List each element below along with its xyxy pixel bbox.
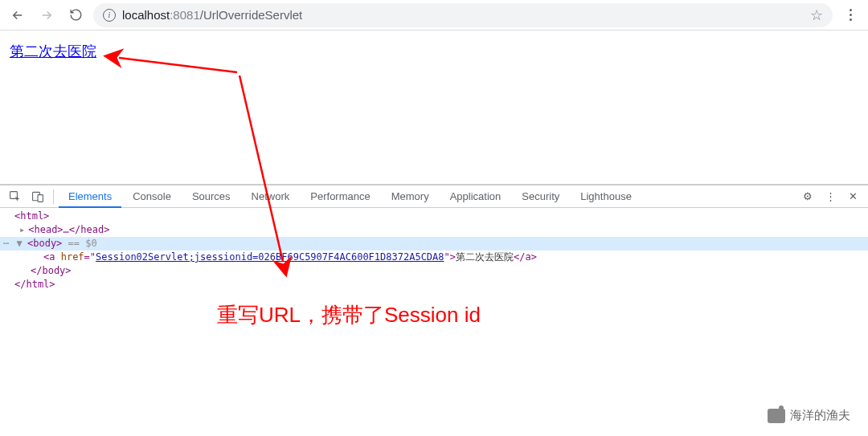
dom-tree[interactable]: <html> <head>…</head> <body> == $0 <a hr… xyxy=(0,208,868,293)
watermark: 海洋的渔夫 xyxy=(768,408,850,423)
bookmark-icon[interactable]: ☆ xyxy=(810,6,823,24)
tab-lighthouse[interactable]: Lighthouse xyxy=(571,185,641,208)
devtools-settings-icon[interactable]: ⚙ xyxy=(797,186,818,207)
devtools-panel: Elements Console Sources Network Perform… xyxy=(0,185,868,293)
browser-toolbar: i localhost:8081/UrlOverrideServlet ☆ xyxy=(0,0,868,31)
devtools-menu-icon[interactable]: ⋮ xyxy=(820,186,841,207)
separator xyxy=(53,189,54,204)
dom-body-close[interactable]: </body> xyxy=(0,264,868,278)
devtools-tab-bar: Elements Console Sources Network Perform… xyxy=(0,185,868,208)
tab-security[interactable]: Security xyxy=(512,185,569,208)
reload-button[interactable] xyxy=(64,4,87,26)
dom-html-open[interactable]: <html> xyxy=(0,210,868,223)
page-viewport: 第二次去医院 xyxy=(0,31,868,185)
tab-network[interactable]: Network xyxy=(242,185,300,208)
tab-memory[interactable]: Memory xyxy=(382,185,439,208)
annotation-text: 重写URL，携带了Session id xyxy=(217,301,481,329)
tab-sources[interactable]: Sources xyxy=(182,185,240,208)
wechat-icon xyxy=(768,409,785,423)
dom-body-open[interactable]: <body> == $0 xyxy=(0,237,868,251)
tab-console[interactable]: Console xyxy=(123,185,181,208)
url-text: localhost:8081/UrlOverrideServlet xyxy=(122,8,302,22)
tab-performance[interactable]: Performance xyxy=(301,185,379,208)
forward-button[interactable] xyxy=(35,4,58,26)
dom-head[interactable]: <head>…</head> xyxy=(0,223,868,237)
tab-elements[interactable]: Elements xyxy=(59,185,121,208)
dom-anchor[interactable]: <a href="Session02Servlet;jsessionid=026… xyxy=(0,251,868,264)
devtools-close-icon[interactable]: ✕ xyxy=(842,186,863,207)
tab-application[interactable]: Application xyxy=(440,185,511,208)
svg-rect-2 xyxy=(38,194,43,202)
site-info-icon[interactable]: i xyxy=(103,9,116,22)
inspect-element-icon[interactable] xyxy=(5,186,26,207)
dom-html-close[interactable]: </html> xyxy=(0,278,868,291)
hospital-link[interactable]: 第二次去医院 xyxy=(10,43,96,59)
address-bar[interactable]: i localhost:8081/UrlOverrideServlet ☆ xyxy=(93,3,833,27)
device-toolbar-icon[interactable] xyxy=(27,186,48,207)
watermark-text: 海洋的渔夫 xyxy=(790,408,850,423)
browser-menu-button[interactable] xyxy=(839,4,862,26)
back-button[interactable] xyxy=(6,4,29,26)
